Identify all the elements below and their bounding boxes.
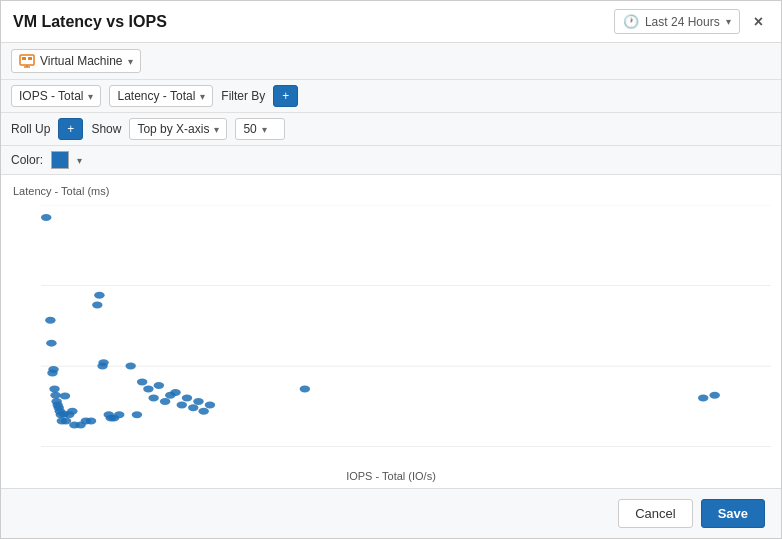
color-swatch[interactable] [51, 151, 69, 169]
dialog-header: VM Latency vs IOPS 🕐 Last 24 Hours ▾ × [1, 1, 781, 43]
filter-by-add-button[interactable]: + [273, 85, 298, 107]
svg-point-49 [92, 302, 102, 309]
svg-point-59 [137, 379, 147, 386]
top-by-value-arrow: ▾ [262, 124, 267, 135]
header-right: 🕐 Last 24 Hours ▾ × [614, 9, 769, 34]
svg-point-56 [114, 411, 124, 418]
svg-point-52 [98, 359, 108, 366]
color-label: Color: [11, 153, 43, 167]
svg-point-62 [154, 382, 164, 389]
rollup-label: Roll Up [11, 122, 50, 136]
svg-point-31 [48, 366, 58, 373]
chart-container: 7.5 5 2.5 0 0 500 1000 1500 2000 2500 30… [41, 205, 771, 448]
svg-point-69 [193, 398, 203, 405]
clock-icon: 🕐 [623, 14, 639, 29]
iops-label: IOPS - Total [19, 89, 83, 103]
svg-rect-1 [22, 57, 26, 60]
svg-point-33 [50, 392, 60, 399]
toolbar-row4: Color: ▾ [1, 146, 781, 175]
filter-by-label: Filter By [221, 89, 265, 103]
latency-arrow: ▾ [200, 91, 205, 102]
time-range-label: Last 24 Hours [645, 15, 720, 29]
svg-point-70 [198, 408, 208, 415]
toolbar-row2: IOPS - Total ▾ Latency - Total ▾ Filter … [1, 80, 781, 113]
svg-rect-0 [20, 55, 34, 65]
scatter-chart: 7.5 5 2.5 0 0 500 1000 1500 2000 2500 30… [41, 205, 771, 448]
svg-point-66 [177, 401, 187, 408]
color-arrow: ▾ [77, 155, 82, 166]
virtual-machine-selector[interactable]: Virtual Machine ▾ [11, 49, 141, 73]
y-axis-label: Latency - Total (ms) [13, 185, 109, 197]
svg-point-73 [698, 395, 708, 402]
time-range-picker[interactable]: 🕐 Last 24 Hours ▾ [614, 9, 740, 34]
svg-point-57 [125, 363, 135, 370]
latency-dropdown[interactable]: Latency - Total ▾ [109, 85, 213, 107]
svg-point-72 [300, 386, 310, 393]
dialog-title: VM Latency vs IOPS [13, 13, 167, 31]
toolbar-row1: Virtual Machine ▾ [1, 43, 781, 80]
iops-arrow: ▾ [88, 91, 93, 102]
time-range-arrow: ▾ [726, 16, 731, 27]
vm-icon [19, 53, 35, 69]
svg-point-28 [45, 317, 55, 324]
svg-point-74 [709, 392, 719, 399]
svg-rect-2 [28, 57, 32, 60]
svg-point-61 [148, 395, 158, 402]
toolbar-row3: Roll Up + Show Top by X-axis ▾ 50 ▾ [1, 113, 781, 146]
top-by-arrow: ▾ [214, 124, 219, 135]
svg-point-29 [46, 340, 56, 347]
top-by-label: Top by X-axis [137, 122, 209, 136]
top-by-value-dropdown[interactable]: 50 ▾ [235, 118, 285, 140]
x-axis-label: IOPS - Total (IO/s) [346, 470, 436, 482]
svg-point-32 [49, 386, 59, 393]
dialog-footer: Cancel Save [1, 488, 781, 538]
svg-point-42 [61, 417, 71, 424]
svg-point-50 [94, 292, 104, 299]
show-label: Show [91, 122, 121, 136]
svg-point-41 [60, 392, 70, 399]
top-by-dropdown[interactable]: Top by X-axis ▾ [129, 118, 227, 140]
svg-point-48 [86, 417, 96, 424]
svg-point-27 [41, 214, 51, 221]
rollup-add-button[interactable]: + [58, 118, 83, 140]
close-button[interactable]: × [748, 11, 769, 33]
svg-point-58 [132, 411, 142, 418]
dialog: VM Latency vs IOPS 🕐 Last 24 Hours ▾ × V… [0, 0, 782, 539]
svg-point-71 [205, 401, 215, 408]
chart-area: Latency - Total (ms) 7.5 5 2.5 0 0 500 1… [1, 175, 781, 488]
svg-point-44 [67, 408, 77, 415]
svg-point-63 [160, 398, 170, 405]
cancel-button[interactable]: Cancel [618, 499, 692, 528]
svg-point-65 [170, 389, 180, 396]
vm-label: Virtual Machine [40, 54, 123, 68]
svg-point-67 [182, 395, 192, 402]
save-button[interactable]: Save [701, 499, 765, 528]
svg-point-68 [188, 404, 198, 411]
svg-point-60 [143, 386, 153, 393]
latency-label: Latency - Total [117, 89, 195, 103]
top-by-value-label: 50 [243, 122, 256, 136]
iops-dropdown[interactable]: IOPS - Total ▾ [11, 85, 101, 107]
vm-arrow: ▾ [128, 56, 133, 67]
